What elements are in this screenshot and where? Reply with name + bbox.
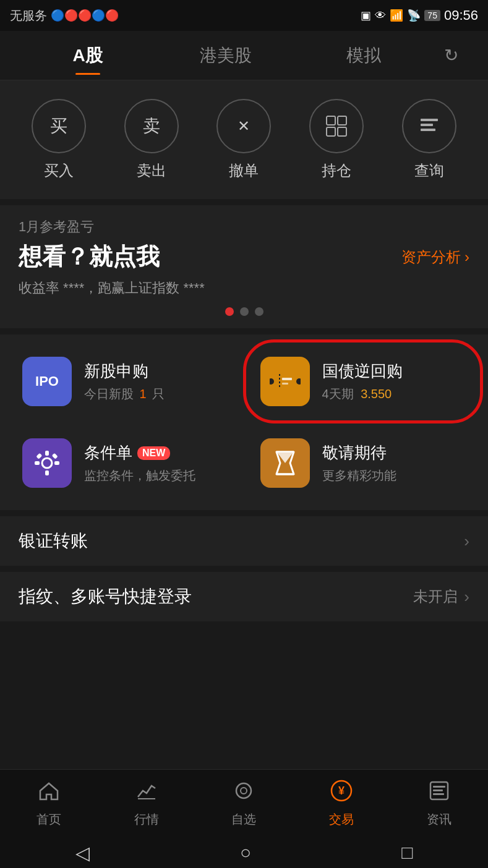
bond-icon bbox=[260, 357, 310, 406]
position-icon bbox=[325, 115, 348, 137]
home-button[interactable]: ○ bbox=[240, 842, 251, 863]
svg-rect-16 bbox=[35, 461, 40, 465]
feature-coming-soon[interactable]: 敬请期待 更多精彩功能 bbox=[250, 428, 476, 498]
bond-title: 国债逆回购 bbox=[322, 360, 403, 382]
feature-section: IPO 新股申购 今日新股 1 只 bbox=[0, 334, 488, 510]
nav-market-label: 行情 bbox=[134, 811, 159, 828]
pnl-banner[interactable]: 1月参考盈亏 想看？就点我 资产分析 › 收益率 ****，跑赢上证指数 ***… bbox=[0, 205, 488, 328]
svg-rect-32 bbox=[433, 793, 444, 795]
buy-button[interactable]: 买 买入 bbox=[32, 99, 86, 181]
tab-a-share[interactable]: A股 bbox=[19, 38, 156, 74]
refresh-button[interactable]: ↻ bbox=[432, 45, 469, 66]
tab-simulate[interactable]: 模拟 bbox=[294, 38, 432, 74]
query-icon bbox=[418, 115, 440, 137]
pnl-dots bbox=[19, 307, 469, 316]
condition-title: 条件单 bbox=[84, 442, 132, 464]
bond-sub: 4天期 3.550 bbox=[322, 386, 403, 402]
asset-link-arrow: › bbox=[464, 249, 469, 266]
news-icon bbox=[428, 780, 450, 807]
svg-rect-1 bbox=[338, 116, 346, 125]
nav-market[interactable]: 行情 bbox=[98, 780, 195, 828]
app-icons: 🔵🔴🔴🔵🔴 bbox=[51, 9, 119, 22]
bank-transfer-row[interactable]: 银证转账 bbox=[0, 516, 488, 566]
cancel-order-button[interactable]: ✕ 撤单 bbox=[216, 99, 271, 181]
top-tabs: A股 港美股 模拟 ↻ bbox=[0, 31, 488, 80]
condition-info: 条件单 NEW 监控条件，触发委托 bbox=[84, 442, 195, 484]
svg-rect-2 bbox=[327, 127, 335, 136]
sim-icon: 📡 bbox=[407, 9, 421, 22]
svg-rect-3 bbox=[338, 127, 346, 136]
position-label: 持仓 bbox=[322, 161, 351, 181]
position-button[interactable]: 持仓 bbox=[309, 99, 364, 181]
svg-text:¥: ¥ bbox=[338, 785, 345, 797]
fingerprint-label: 指纹、多账号快捷登录 bbox=[19, 585, 192, 608]
condition-icon bbox=[22, 438, 72, 488]
svg-point-25 bbox=[236, 783, 251, 798]
nav-news[interactable]: 资讯 bbox=[390, 780, 488, 828]
nav-home[interactable]: 首页 bbox=[0, 780, 98, 828]
svg-rect-18 bbox=[36, 453, 42, 459]
ticket-icon bbox=[270, 369, 301, 394]
svg-rect-19 bbox=[52, 453, 58, 459]
svg-point-13 bbox=[42, 458, 52, 468]
status-right: ▣ 👁 📶 📡 75 09:56 bbox=[361, 7, 478, 23]
settings-status: 未开启 bbox=[413, 587, 458, 606]
svg-point-26 bbox=[241, 788, 247, 794]
dot-2 bbox=[240, 307, 249, 316]
battery-icon: 75 bbox=[424, 10, 440, 21]
svg-rect-0 bbox=[327, 116, 335, 125]
ipo-icon: IPO bbox=[22, 357, 72, 406]
main-content: 买 买入 卖 卖出 ✕ 撤单 持仓 bbox=[0, 80, 488, 751]
eye-icon: 👁 bbox=[375, 9, 386, 22]
query-button[interactable]: 查询 bbox=[402, 99, 456, 181]
market-icon bbox=[135, 780, 158, 807]
svg-rect-4 bbox=[421, 119, 438, 121]
nav-watchlist[interactable]: 自选 bbox=[195, 780, 293, 828]
tab-hk-us[interactable]: 港美股 bbox=[156, 38, 294, 74]
cancel-icon-circle: ✕ bbox=[216, 99, 271, 153]
wifi-icon: 📶 bbox=[390, 9, 403, 22]
svg-rect-12 bbox=[282, 383, 288, 385]
watchlist-icon bbox=[233, 780, 255, 807]
status-bar: 无服务 🔵🔴🔴🔵🔴 ▣ 👁 📶 📡 75 09:56 bbox=[0, 0, 488, 31]
hourglass-svg bbox=[272, 449, 299, 477]
condition-gear-icon bbox=[33, 449, 61, 477]
svg-rect-6 bbox=[421, 129, 435, 131]
query-icon-circle bbox=[402, 99, 456, 153]
time-display: 09:56 bbox=[444, 7, 478, 23]
hourglass-icon bbox=[260, 438, 310, 488]
ipo-title: 新股申购 bbox=[84, 360, 165, 382]
sell-button[interactable]: 卖 卖出 bbox=[124, 99, 179, 181]
pnl-title: 想看？就点我 bbox=[19, 241, 160, 273]
cancel-label: 撤单 bbox=[229, 161, 259, 181]
svg-rect-5 bbox=[421, 124, 433, 126]
svg-rect-11 bbox=[282, 378, 292, 380]
back-button[interactable]: ◁ bbox=[75, 842, 90, 864]
bank-transfer-arrow bbox=[464, 532, 469, 551]
coming-soon-sub: 更多精彩功能 bbox=[322, 467, 396, 484]
system-nav: ◁ ○ □ bbox=[0, 837, 488, 868]
recent-button[interactable]: □ bbox=[401, 842, 413, 863]
condition-sub: 监控条件，触发委托 bbox=[84, 467, 195, 484]
feature-ipo[interactable]: IPO 新股申购 今日新股 1 只 bbox=[12, 347, 238, 416]
home-icon bbox=[38, 780, 60, 807]
svg-rect-30 bbox=[433, 786, 445, 788]
asset-analysis-link[interactable]: 资产分析 › bbox=[401, 247, 469, 267]
spacer bbox=[0, 628, 488, 652]
svg-rect-7 bbox=[271, 374, 299, 389]
position-icon-circle bbox=[309, 99, 364, 153]
new-badge: NEW bbox=[137, 446, 170, 460]
condition-title-row: 条件单 NEW bbox=[84, 442, 195, 464]
feature-bond-repo[interactable]: 国债逆回购 4天期 3.550 bbox=[250, 347, 476, 416]
nav-news-label: 资讯 bbox=[427, 811, 452, 828]
query-label: 查询 bbox=[414, 161, 444, 181]
nav-watchlist-label: 自选 bbox=[231, 811, 256, 828]
status-left: 无服务 🔵🔴🔴🔵🔴 bbox=[10, 7, 119, 24]
fingerprint-login-row[interactable]: 指纹、多账号快捷登录 未开启 bbox=[0, 572, 488, 621]
feature-condition[interactable]: 条件单 NEW 监控条件，触发委托 bbox=[12, 428, 238, 498]
trade-icon: ¥ bbox=[330, 780, 353, 807]
nav-trade[interactable]: ¥ 交易 bbox=[293, 780, 390, 828]
coming-soon-title: 敬请期待 bbox=[322, 442, 396, 464]
dot-1 bbox=[225, 307, 234, 316]
ipo-sub: 今日新股 1 只 bbox=[84, 386, 165, 402]
